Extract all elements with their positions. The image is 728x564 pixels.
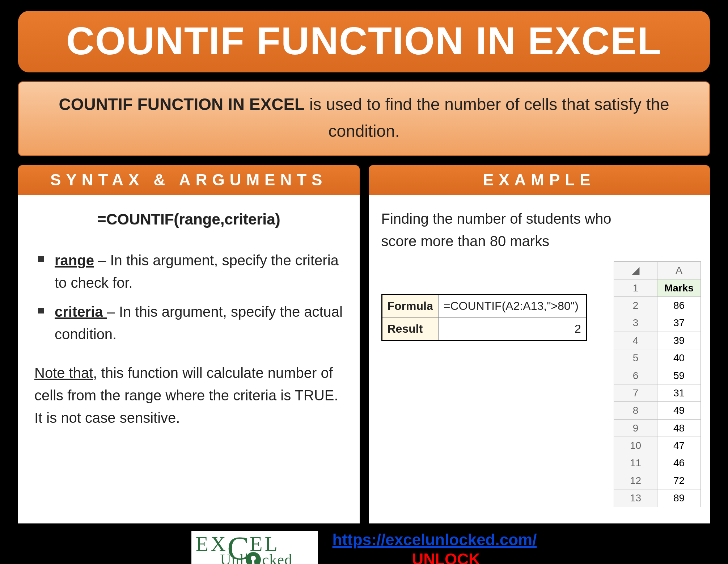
- footer-link[interactable]: https://excelunlocked.com/: [333, 531, 537, 549]
- table-row: 1047: [614, 437, 701, 454]
- marks-cell: 72: [657, 472, 701, 489]
- marks-data-table: ◢ A 1 Marks 286 337 439 540 659 731 849 …: [614, 261, 701, 507]
- marks-cell: 39: [657, 332, 701, 349]
- row-number: 8: [614, 402, 657, 419]
- argument-text: criteria – In this argument, specify the…: [55, 300, 343, 345]
- result-label-cell: Result: [382, 317, 438, 341]
- marks-cell: 89: [657, 489, 701, 507]
- row-number: 9: [614, 419, 657, 437]
- table-row: Formula =COUNTIF(A2:A13,">80"): [382, 295, 587, 318]
- argument-range: range – In this argument, specify the cr…: [34, 249, 343, 294]
- marks-cell: 31: [657, 384, 701, 401]
- footer-text-block: https://excelunlocked.com/ UNLOCK: [333, 531, 537, 564]
- argument-criteria: criteria – In this argument, specify the…: [34, 300, 343, 345]
- syntax-note: Note that, this function will calculate …: [34, 362, 343, 429]
- row-number: 1: [614, 279, 657, 296]
- main-title-bar: COUNTIF FUNCTION IN EXCEL: [18, 11, 710, 72]
- table-row: Result 2: [382, 317, 587, 341]
- marks-cell: 47: [657, 437, 701, 454]
- row-number: 5: [614, 349, 657, 367]
- marks-cell: 46: [657, 454, 701, 472]
- argument-text: range – In this argument, specify the cr…: [55, 249, 343, 294]
- columns: SYNTAX & ARGUMENTS =COUNTIF(range,criter…: [18, 165, 710, 523]
- table-row: 731: [614, 384, 701, 401]
- bullet-icon: [38, 308, 44, 313]
- marks-cell: 37: [657, 314, 701, 332]
- row-number: 4: [614, 332, 657, 349]
- example-header: EXAMPLE: [369, 165, 710, 195]
- formula-value-cell: =COUNTIF(A2:A13,">80"): [438, 295, 587, 318]
- syntax-column: SYNTAX & ARGUMENTS =COUNTIF(range,criter…: [18, 165, 360, 523]
- description-bold: COUNTIF FUNCTION IN EXCEL: [59, 95, 305, 114]
- marks-cell: 59: [657, 367, 701, 384]
- row-number: 3: [614, 314, 657, 332]
- example-intro: Finding the number of students who score…: [381, 207, 701, 252]
- row-number: 11: [614, 454, 657, 472]
- row-number: 6: [614, 367, 657, 384]
- example-body: Finding the number of students who score…: [369, 195, 710, 523]
- logo: EXCEL Unl cked: [191, 531, 318, 564]
- marks-cell: 49: [657, 402, 701, 419]
- keyhole-icon: [246, 552, 261, 564]
- row-number: 12: [614, 472, 657, 489]
- formula-label-cell: Formula: [382, 295, 438, 318]
- logo-top-text: EXCEL: [196, 534, 314, 553]
- table-row: 948: [614, 419, 701, 437]
- marks-cell: 86: [657, 296, 701, 314]
- table-row: 1 Marks: [614, 279, 701, 296]
- main-title: COUNTIF FUNCTION IN EXCEL: [18, 18, 710, 63]
- example-content-row: Formula =COUNTIF(A2:A13,">80") Result 2 …: [381, 261, 701, 507]
- arguments-list: range – In this argument, specify the cr…: [34, 249, 343, 345]
- marks-header-cell: Marks: [657, 279, 701, 296]
- description-box: COUNTIF FUNCTION IN EXCEL is used to fin…: [18, 81, 710, 156]
- syntax-body: =COUNTIF(range,criteria) range – In this…: [18, 195, 360, 523]
- table-row: 1272: [614, 472, 701, 489]
- table-row: 659: [614, 367, 701, 384]
- table-row: 1389: [614, 489, 701, 507]
- table-row: 286: [614, 296, 701, 314]
- column-letter: A: [657, 262, 701, 279]
- footer-unlock-text: UNLOCK: [412, 550, 537, 564]
- result-value-cell: 2: [438, 317, 587, 341]
- table-row: 540: [614, 349, 701, 367]
- example-column: EXAMPLE Finding the number of students w…: [369, 165, 710, 523]
- table-row: 1146: [614, 454, 701, 472]
- footer: EXCEL Unl cked https://excelunlocked.com…: [18, 531, 710, 564]
- corner-cell: ◢: [614, 262, 657, 279]
- row-number: 2: [614, 296, 657, 314]
- syntax-header: SYNTAX & ARGUMENTS: [18, 165, 360, 195]
- marks-cell: 48: [657, 419, 701, 437]
- table-row: 337: [614, 314, 701, 332]
- row-number: 10: [614, 437, 657, 454]
- table-row: 439: [614, 332, 701, 349]
- table-row: ◢ A: [614, 262, 701, 279]
- marks-cell: 40: [657, 349, 701, 367]
- syntax-formula: =COUNTIF(range,criteria): [34, 207, 343, 231]
- row-number: 13: [614, 489, 657, 507]
- description-text: COUNTIF FUNCTION IN EXCEL is used to fin…: [33, 91, 695, 144]
- table-row: 849: [614, 402, 701, 419]
- description-rest: is used to find the number of cells that…: [305, 95, 669, 140]
- bullet-icon: [38, 256, 44, 262]
- formula-result-table: Formula =COUNTIF(A2:A13,">80") Result 2: [381, 294, 587, 341]
- note-lead: Note that: [34, 365, 93, 381]
- row-number: 7: [614, 384, 657, 401]
